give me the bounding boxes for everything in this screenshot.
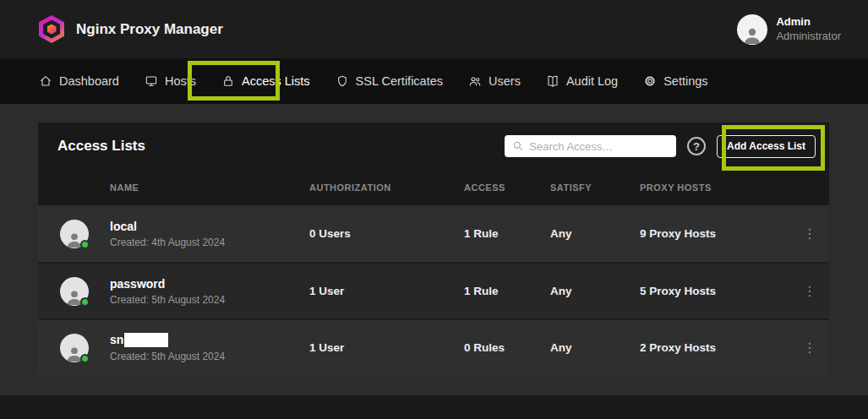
gear-icon: [643, 74, 657, 88]
column-header-satisfy: SATISFY: [550, 182, 640, 193]
table-row: password Created: 5th August 2024 1 User…: [38, 262, 829, 318]
book-icon: [546, 74, 560, 88]
satisfy-value: Any: [550, 285, 640, 297]
user-menu[interactable]: Admin Administrator: [737, 14, 841, 45]
online-status-dot: [80, 297, 90, 307]
access-list-name: password: [110, 277, 309, 291]
row-menu-button[interactable]: ⋮: [796, 222, 823, 245]
person-icon: [741, 24, 763, 45]
column-header-access: ACCESS: [464, 182, 550, 193]
app-header: Nginx Proxy Manager Admin Administrator: [0, 0, 868, 58]
help-button[interactable]: ?: [687, 137, 706, 155]
search-icon: [512, 139, 524, 153]
search-input[interactable]: [529, 140, 669, 153]
main-nav: Dashboard Hosts Access Lists SSL Certifi…: [0, 58, 868, 104]
redaction-box: [124, 333, 168, 347]
row-avatar: [60, 334, 89, 362]
table-row: local Created: 4th August 2024 0 Users 1…: [38, 205, 829, 262]
proxy-hosts-value: 5 Proxy Hosts: [640, 285, 790, 297]
users-icon: [468, 74, 482, 88]
brand: Nginx Proxy Manager: [39, 15, 223, 43]
created-date: Created: 4th August 2024: [110, 237, 309, 248]
footer-strip: [0, 395, 868, 419]
column-header-authorization: AUTHORIZATION: [309, 182, 464, 193]
page-title: Access Lists: [57, 138, 145, 155]
nav-item-access-lists[interactable]: Access Lists: [221, 74, 310, 88]
nav-item-dashboard[interactable]: Dashboard: [39, 74, 119, 88]
authorization-value: 1 User: [309, 341, 464, 354]
app-logo-icon: [39, 15, 64, 43]
access-list-name: local: [110, 220, 309, 233]
satisfy-value: Any: [550, 227, 640, 240]
home-icon: [39, 74, 52, 88]
access-value: 1 Rule: [464, 227, 550, 240]
authorization-value: 1 User: [309, 285, 464, 297]
table-row: sn Created: 5th August 2024 1 User 0 Rul…: [38, 318, 829, 375]
nav-item-ssl-certificates[interactable]: SSL Certificates: [336, 74, 443, 88]
authorization-value: 0 Users: [309, 227, 464, 240]
add-access-list-button[interactable]: Add Access List: [717, 135, 816, 158]
online-status-dot: [80, 354, 90, 363]
nav-item-settings[interactable]: Settings: [643, 74, 707, 88]
proxy-hosts-value: 9 Proxy Hosts: [640, 227, 790, 240]
access-lists-card: Access Lists ? Add Access List NAME AUTH…: [38, 122, 829, 375]
table-header-row: NAME AUTHORIZATION ACCESS SATISFY PROXY …: [38, 170, 829, 205]
lock-icon: [221, 74, 235, 88]
created-date: Created: 5th August 2024: [110, 351, 309, 362]
row-avatar: [60, 277, 89, 306]
row-menu-button[interactable]: ⋮: [796, 280, 823, 302]
column-header-proxy-hosts: PROXY HOSTS: [640, 182, 790, 193]
app-title: Nginx Proxy Manager: [76, 21, 223, 38]
page-content: Access Lists ? Add Access List NAME AUTH…: [0, 104, 868, 375]
user-name: Admin: [776, 15, 841, 29]
access-list-name: sn: [110, 333, 309, 348]
search-box: [505, 135, 676, 157]
created-date: Created: 5th August 2024: [110, 294, 309, 306]
satisfy-value: Any: [550, 341, 640, 354]
shield-icon: [336, 74, 349, 88]
monitor-icon: [145, 74, 158, 88]
access-value: 0 Rules: [464, 341, 550, 354]
user-role: Administrator: [776, 30, 841, 43]
user-avatar: [737, 14, 767, 45]
nav-item-hosts[interactable]: Hosts: [145, 74, 196, 88]
online-status-dot: [80, 240, 90, 249]
column-header-name: NAME: [110, 182, 309, 193]
nav-item-users[interactable]: Users: [468, 74, 521, 88]
proxy-hosts-value: 2 Proxy Hosts: [640, 341, 790, 354]
nav-item-audit-log[interactable]: Audit Log: [546, 74, 618, 88]
row-menu-button[interactable]: ⋮: [796, 336, 823, 359]
card-header: Access Lists ? Add Access List: [38, 122, 829, 170]
row-avatar: [60, 220, 89, 248]
access-value: 1 Rule: [464, 285, 550, 297]
